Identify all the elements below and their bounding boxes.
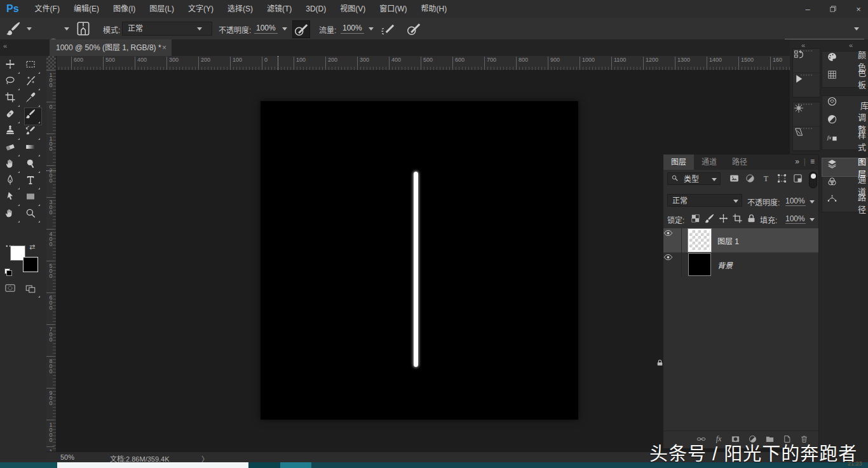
styles-panel[interactable]: fx样式 bbox=[822, 132, 868, 149]
historybrush-icon bbox=[25, 125, 41, 141]
fill-value[interactable]: 100% bbox=[785, 214, 806, 224]
navigator-icon bbox=[793, 102, 820, 126]
menu-item[interactable]: 选择(S) bbox=[220, 0, 260, 18]
tool-preset-caret[interactable] bbox=[27, 27, 32, 31]
opacity-caret[interactable] bbox=[282, 27, 287, 31]
screen-mode-button[interactable] bbox=[25, 282, 41, 299]
brush-icon bbox=[5, 20, 22, 37]
default-colors-icon[interactable] bbox=[4, 268, 12, 276]
pressure-size-button[interactable] bbox=[405, 20, 422, 37]
swatches-panel[interactable]: 色板 bbox=[822, 69, 868, 87]
menu-item[interactable]: 图像(I) bbox=[106, 0, 142, 18]
layer-thumbnail[interactable] bbox=[688, 253, 711, 276]
eyedropper-tool[interactable] bbox=[25, 92, 41, 108]
zoom-tool[interactable] bbox=[25, 207, 41, 224]
actions-panel[interactable] bbox=[793, 73, 820, 97]
eraser-icon bbox=[4, 141, 21, 158]
menu-bar: Ps 文件(F)编辑(E)图像(I)图层(L)文字(Y)选择(S)滤镜(T)3D… bbox=[0, 0, 868, 18]
flow-caret[interactable] bbox=[369, 27, 374, 31]
layer-row-background[interactable]: 背景 bbox=[663, 252, 818, 277]
zoom-level[interactable]: 50% bbox=[60, 453, 74, 461]
lasso-tool[interactable] bbox=[4, 75, 21, 92]
layer-name[interactable]: 背景 bbox=[717, 259, 733, 270]
collapse-label-dock[interactable]: « bbox=[849, 41, 851, 49]
flow-label: 流量: bbox=[319, 24, 336, 35]
panel-expand-icon[interactable]: » bbox=[795, 157, 799, 166]
gradient-tool[interactable] bbox=[25, 141, 41, 158]
opacity-value[interactable]: 100% bbox=[254, 24, 278, 34]
canvas[interactable] bbox=[261, 101, 578, 420]
layer-opacity-value[interactable]: 100% bbox=[785, 196, 806, 206]
filter-toggle-pill[interactable] bbox=[809, 172, 817, 188]
stamp-icon bbox=[4, 125, 21, 141]
tool-preset-picker[interactable] bbox=[5, 20, 22, 37]
tab-close-icon[interactable]: × bbox=[162, 39, 166, 56]
filter-kind-select[interactable]: 类型 bbox=[667, 172, 721, 185]
spot-healing-tool[interactable] bbox=[4, 108, 21, 125]
restore-button[interactable] bbox=[827, 4, 839, 14]
menu-item[interactable]: 文件(F) bbox=[28, 0, 67, 18]
healing-icon bbox=[4, 108, 21, 125]
layer-row-layer1[interactable]: 图层 1 bbox=[663, 228, 818, 252]
pen-tool[interactable] bbox=[4, 174, 21, 191]
panel-tab[interactable]: 通道 bbox=[694, 155, 724, 170]
fill-caret[interactable] bbox=[810, 218, 815, 221]
collapse-left-icon[interactable]: « bbox=[3, 42, 6, 50]
visibility-toggle[interactable] bbox=[663, 228, 682, 252]
dodge-tool[interactable] bbox=[25, 158, 41, 174]
menu-item[interactable]: 视图(V) bbox=[333, 0, 372, 18]
magic-wand-tool[interactable] bbox=[25, 75, 41, 92]
panel-tab[interactable]: 路径 bbox=[724, 155, 755, 170]
marquee-tool[interactable] bbox=[25, 59, 41, 75]
layer-name[interactable]: 图层 1 bbox=[717, 235, 739, 246]
path-selection-tool[interactable] bbox=[4, 191, 21, 207]
menu-item[interactable]: 3D(D) bbox=[299, 0, 333, 18]
smudge-tool[interactable] bbox=[4, 158, 21, 174]
tools-panel: ⇄ bbox=[0, 56, 47, 462]
pressure-opacity-button[interactable] bbox=[292, 20, 310, 38]
ruler-origin-box[interactable] bbox=[46, 56, 57, 71]
document-tab[interactable]: 1000 @ 50% (图层 1, RGB/8) * × bbox=[50, 39, 172, 56]
menu-item[interactable]: 图层(L) bbox=[142, 0, 181, 18]
layer-thumbnail[interactable] bbox=[688, 229, 711, 252]
eraser-tool[interactable] bbox=[4, 141, 21, 158]
brush-tool[interactable] bbox=[25, 108, 41, 125]
vertical-ruler: 100010020030040050060070080090010001100 bbox=[46, 70, 57, 451]
crop-tool[interactable] bbox=[4, 92, 21, 108]
visibility-toggle[interactable] bbox=[663, 252, 682, 277]
shape-tool[interactable] bbox=[25, 191, 41, 207]
panel-menu-icon[interactable]: ≡ bbox=[810, 157, 815, 166]
menu-item[interactable]: 帮助(H) bbox=[414, 0, 454, 18]
airbrush-button[interactable] bbox=[380, 20, 397, 37]
history-brush-tool[interactable] bbox=[25, 125, 41, 141]
layer-lock-icon bbox=[656, 359, 811, 383]
history-panel[interactable] bbox=[793, 49, 820, 73]
watermark: 头条号 / 阳光下的奔跑者 bbox=[649, 439, 868, 465]
menu-item[interactable]: 文字(Y) bbox=[181, 0, 220, 18]
move-tool[interactable] bbox=[4, 59, 21, 75]
menu-item[interactable]: 窗口(W) bbox=[372, 0, 414, 18]
workspace-caret[interactable] bbox=[854, 27, 859, 31]
flow-value[interactable]: 100% bbox=[341, 24, 364, 34]
minimize-button[interactable]: – bbox=[802, 4, 813, 14]
lasso-icon bbox=[4, 75, 21, 92]
panel-tab[interactable]: 图层 bbox=[663, 155, 694, 170]
type-tool[interactable] bbox=[25, 174, 41, 191]
background-color-swatch[interactable] bbox=[23, 257, 38, 272]
horizontal-ruler: 6005004003002001000100200300400500600700… bbox=[46, 56, 790, 71]
layer-blend-select[interactable]: 正常 bbox=[667, 194, 742, 207]
quick-mask-button[interactable] bbox=[4, 282, 21, 299]
hand-tool[interactable] bbox=[4, 207, 21, 224]
navigator-panel[interactable] bbox=[793, 102, 820, 127]
menu-item[interactable]: 滤镜(T) bbox=[260, 0, 299, 18]
brush-picker-caret[interactable] bbox=[64, 27, 69, 31]
pen-icon bbox=[4, 174, 21, 191]
close-button[interactable]: × bbox=[853, 4, 864, 14]
toggle-brush-panel-button[interactable] bbox=[75, 20, 92, 37]
layer-opacity-caret[interactable] bbox=[810, 200, 815, 203]
info-panel[interactable] bbox=[793, 127, 820, 151]
brush-stroke bbox=[414, 172, 418, 367]
menu-item[interactable]: 编辑(E) bbox=[67, 0, 106, 18]
swap-colors-icon[interactable]: ⇄ bbox=[29, 243, 35, 251]
clone-stamp-tool[interactable] bbox=[4, 125, 21, 141]
